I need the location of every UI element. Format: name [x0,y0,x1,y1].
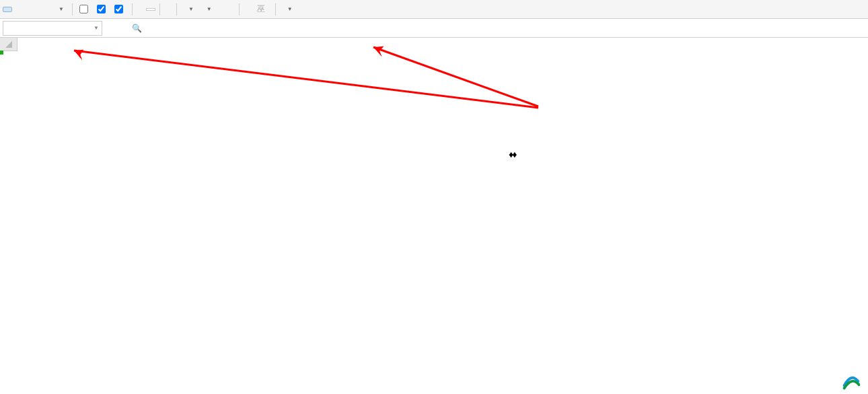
select-all-corner[interactable] [0,38,17,51]
search-icon[interactable]: 🔍 [132,24,142,33]
logo-icon [842,375,860,390]
name-box[interactable]: ▼ [3,21,102,36]
new-window[interactable] [227,7,235,11]
reset-position: 巫 [253,1,271,17]
view-toolbar: ▼ ▼ ▼ 巫 ▼ [0,0,868,19]
formula-input[interactable] [150,21,756,36]
view-custom[interactable] [32,7,40,11]
zoom-label[interactable] [137,7,145,11]
view-reading[interactable]: ▼ [51,4,68,14]
spreadsheet[interactable] [0,38,868,51]
separator [176,3,177,15]
chevron-down-icon[interactable]: ▼ [94,25,99,31]
chevron-down-icon: ▼ [207,6,212,12]
arrange-windows[interactable]: ▼ [199,4,216,14]
zoom-value[interactable] [146,8,155,11]
annotation-arrows [0,0,868,394]
formula-bar-row: ▼ 🔍 [0,19,868,38]
separator [239,3,240,15]
chevron-down-icon: ▼ [188,6,194,12]
chevron-down-icon: ▼ [59,6,64,12]
chevron-down-icon: ▼ [287,6,293,12]
watermark [842,375,863,390]
separator [72,3,73,15]
check-taskpane[interactable] [77,5,93,13]
freeze-panes[interactable]: ▼ [181,4,198,14]
cursor-icon: ♦♦ [509,150,515,160]
svg-line-0 [74,51,538,108]
separator [132,3,133,15]
data-table [0,51,1,53]
view-pagebreak[interactable] [13,7,22,11]
separator [275,3,276,15]
eye-protect[interactable] [164,7,172,11]
split-window[interactable] [217,7,225,11]
check-headings[interactable] [112,5,128,13]
svg-line-1 [373,47,538,106]
view-fullscreen[interactable] [42,7,50,11]
check-gridlines[interactable] [94,5,110,13]
side-by-side [244,7,252,11]
view-pagelayout[interactable] [23,7,31,11]
vb-macro[interactable]: ▼ [280,4,297,14]
separator [159,3,160,15]
view-normal[interactable] [3,7,12,12]
